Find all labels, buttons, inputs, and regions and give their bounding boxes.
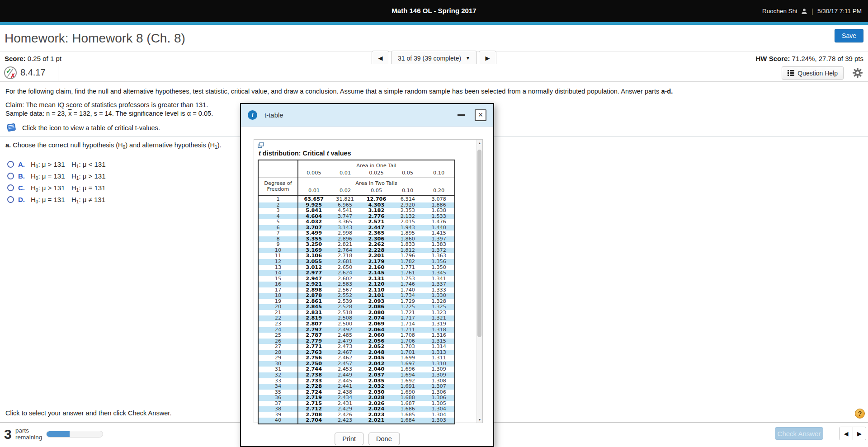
critical-t-table: Area in One Tail 0.0050.010.0250.050.10 … [258, 160, 455, 424]
value-cell: 2.353 [392, 208, 423, 214]
question-id: 8.4.17 [20, 67, 46, 78]
value-cell: 2.583 [329, 282, 360, 287]
value-cell: 2.015 [392, 219, 423, 225]
close-icon[interactable]: × [475, 109, 486, 121]
info-icon: i [248, 110, 257, 120]
value-cell: 2.021 [361, 418, 392, 424]
radio-button[interactable] [7, 196, 14, 203]
done-button[interactable]: Done [368, 433, 400, 445]
tail-value: 0.01 [298, 188, 330, 193]
radio-button[interactable] [7, 184, 14, 191]
partial-credit-icon: ✓ ✗ [4, 66, 17, 79]
value-cell: 4.541 [329, 208, 360, 214]
user-name[interactable]: Ruochen Shi [762, 8, 797, 14]
table-row: 192.8612.5392.0931.7291.328 [258, 299, 455, 305]
value-cell: 63.657 [298, 195, 329, 202]
value-cell: 2.060 [361, 333, 392, 339]
value-cell: 2.120 [361, 282, 392, 287]
scroll-up-icon[interactable]: ▲ [477, 140, 482, 146]
df-cell: 14 [258, 270, 298, 276]
df-label-2: Freedom [259, 186, 297, 192]
next-question-button-footer[interactable]: ▶ [853, 427, 866, 440]
two-tail-values: 0.010.020.050.100.20 [298, 186, 454, 193]
radio-button[interactable] [7, 173, 14, 179]
popout-icon[interactable] [258, 142, 264, 148]
prev-question-button-footer[interactable]: ◀ [840, 427, 853, 440]
datetime-label: 5/30/17 7:11 PM [817, 8, 862, 14]
scrollbar-thumb[interactable] [477, 150, 481, 337]
hw-score-label: HW Score: [756, 55, 790, 62]
value-cell: 1.345 [424, 270, 455, 276]
table-row: 202.8452.5282.0861.7251.325 [258, 304, 455, 310]
value-cell: 2.037 [361, 372, 392, 378]
value-cell: 2.434 [329, 395, 360, 401]
parts-word: parts [15, 427, 42, 434]
df-cell: 18 [258, 293, 298, 299]
table-row: 232.8072.5002.0691.7141.319 [258, 321, 455, 327]
df-blank-cell [258, 160, 298, 178]
next-question-button[interactable]: ▶ [479, 51, 496, 66]
minimize-icon[interactable] [458, 114, 465, 116]
gear-icon[interactable] [853, 68, 863, 78]
value-cell: 2.462 [329, 355, 360, 361]
value-cell: 2.028 [361, 395, 392, 401]
value-cell: 2.624 [329, 270, 360, 276]
value-cell: 1.311 [424, 355, 455, 361]
value-cell: 1.356 [424, 259, 455, 265]
part-a-prompt: a. Choose the correct null hypothesis (H… [5, 141, 222, 149]
alt-hypothesis: H1: μ ≠ 131 [71, 196, 105, 203]
person-icon[interactable] [801, 8, 807, 14]
value-cell: 2.998 [329, 231, 360, 236]
save-button[interactable]: Save [835, 29, 863, 42]
page: Math 146 OL - Spring 2017 Ruochen Shi | … [0, 0, 868, 447]
df-cell: 40 [258, 418, 298, 424]
progress-bar [46, 431, 103, 438]
table-row: 392.7082.4262.0231.6851.304 [258, 412, 455, 418]
progress-fill [47, 431, 70, 437]
radio-button[interactable] [7, 161, 14, 168]
tail-value: 0.025 [361, 170, 392, 176]
df-cell: 23 [258, 321, 298, 327]
help-button[interactable]: ? [855, 409, 865, 419]
value-cell: 2.977 [298, 270, 329, 276]
t-table-link-text: Click the icon to view a table of critic… [22, 124, 160, 132]
choice-row-c[interactable]: C.H0: μ > 131H1: μ = 131 [7, 182, 106, 193]
value-cell: 2.807 [298, 321, 329, 327]
scroll-down-icon[interactable]: ▼ [477, 416, 482, 423]
question-help-button[interactable]: Question Help [782, 66, 844, 80]
value-cell: 2.756 [298, 355, 329, 361]
part-a-letter: a. [5, 141, 11, 149]
problem-intro: For the following claim, find the null a… [5, 88, 673, 95]
remaining-word: remaining [15, 434, 42, 441]
check-answer-button[interactable]: Check Answer [775, 427, 823, 440]
sample-pre: Sample data: n = 23, [5, 110, 68, 117]
page-header: Homework: Homework 8 (Ch. 8) Save [0, 25, 868, 52]
choice-row-d[interactable]: D.H0: μ = 131H1: μ ≠ 131 [7, 193, 106, 205]
choice-row-a[interactable]: A.H0: μ > 131H1: μ < 131 [7, 158, 106, 170]
book-icon[interactable] [6, 123, 17, 132]
table-row: 292.7562.4622.0451.6991.311 [258, 355, 455, 361]
answer-choices: A.H0: μ > 131H1: μ < 131B.H0: μ = 131H1:… [7, 158, 106, 205]
course-title: Math 146 OL - Spring 2017 [0, 7, 868, 14]
parts-remaining-count: 3 [4, 427, 12, 442]
value-cell: 1.782 [392, 259, 423, 265]
choice-row-b[interactable]: B.H0: μ = 131H1: μ > 131 [7, 170, 106, 182]
table-row: 312.7442.4532.0401.6961.309 [258, 367, 455, 372]
one-tail-values: 0.0050.010.0250.050.10 [298, 169, 454, 176]
topbar-separator: | [811, 8, 813, 15]
intro-text: For the following claim, find the null a… [5, 88, 661, 95]
df-cell: 3 [258, 208, 298, 214]
hw-score-text: HW Score: 71.24%, 27.78 of 39 pts [756, 55, 863, 62]
table-row: 142.9772.6242.1451.7611.345 [258, 270, 455, 276]
print-button[interactable]: Print [335, 433, 363, 445]
table-row: 54.0323.3652.5712.0151.476 [258, 219, 455, 225]
scrollbar[interactable]: ▲ ▼ [476, 140, 482, 423]
question-select-dropdown[interactable]: 31 of 39 (39 complete)▼ [391, 51, 477, 66]
df-header-cell: Degrees ofFreedom [258, 178, 298, 195]
prev-question-button[interactable]: ◀ [372, 51, 389, 66]
value-cell: 2.101 [361, 293, 392, 299]
value-cell: 3.055 [298, 259, 329, 265]
value-cell: 1.691 [392, 384, 423, 390]
answer-hint: Click to select your answer and then cli… [5, 409, 171, 417]
value-cell: 1.314 [424, 344, 455, 350]
